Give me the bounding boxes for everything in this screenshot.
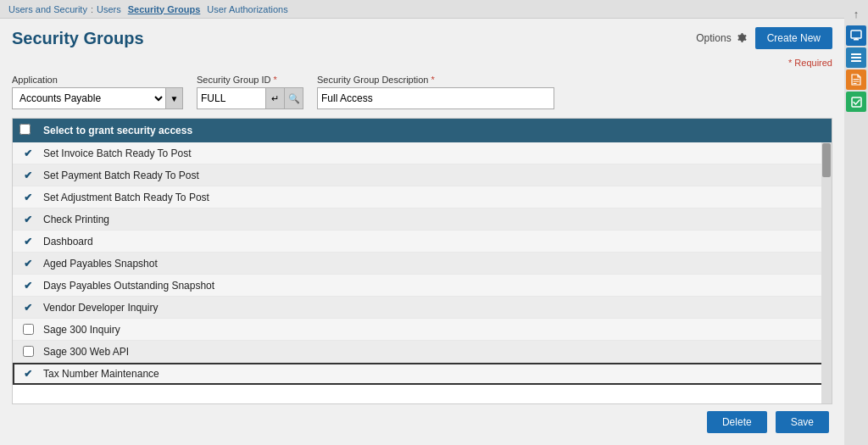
table-row[interactable]: ✔Vendor Developer Inquiry [13, 297, 832, 319]
breadcrumb-root[interactable]: Users and Security [8, 4, 87, 14]
security-group-desc-filter-group: Security Group Description * [317, 75, 554, 109]
row-checkbox[interactable]: ✔ [19, 302, 36, 314]
row-checkbox[interactable] [19, 346, 36, 357]
check-mark-icon: ✔ [24, 192, 32, 203]
check-mark-icon: ✔ [24, 368, 32, 380]
security-group-id-filter-group: Security Group ID * ↵ 🔍 [197, 75, 303, 109]
arrow-up-icon[interactable]: ↑ [846, 3, 866, 24]
table-header: Select to grant security access [13, 119, 832, 142]
check-mark-icon: ✔ [24, 280, 32, 292]
filters-row: Application Accounts Payable ▼ Security … [12, 75, 832, 109]
create-new-button[interactable]: Create New [755, 27, 832, 49]
options-label: Options [696, 32, 731, 44]
options-button[interactable]: Options [696, 32, 746, 44]
row-label: Sage 300 Web API [43, 346, 129, 358]
row-label: Vendor Developer Inquiry [43, 302, 158, 314]
row-label: Sage 300 Inquiry [43, 324, 120, 336]
row-checkbox[interactable]: ✔ [19, 258, 36, 270]
application-select[interactable]: Accounts Payable [13, 88, 165, 108]
save-button[interactable]: Save [776, 411, 829, 433]
scroll-track[interactable] [821, 142, 832, 403]
delete-button[interactable]: Delete [707, 411, 767, 433]
table-row[interactable]: ✔Set Payment Batch Ready To Post [13, 164, 832, 186]
check-mark-icon: ✔ [24, 147, 32, 159]
table-row[interactable]: ✔Set Adjustment Batch Ready To Post [13, 186, 832, 209]
page-content: Security Groups Options Create New * Req… [0, 19, 844, 445]
svg-rect-5 [851, 60, 861, 62]
table-row[interactable]: ✔Check Printing [13, 209, 832, 231]
row-checkbox[interactable]: ✔ [19, 192, 36, 203]
svg-rect-6 [854, 79, 860, 80]
svg-rect-7 [854, 81, 860, 82]
row-label: Set Adjustment Batch Ready To Post [43, 192, 209, 203]
breadcrumb-link-users[interactable]: Users [97, 4, 121, 14]
table-row[interactable]: ✔Set Invoice Batch Ready To Post [13, 142, 832, 164]
table-row[interactable]: ✔Aged Payables Snapshot [13, 253, 832, 275]
row-label: Set Invoice Batch Ready To Post [43, 147, 192, 159]
row-label: Dashboard [43, 236, 93, 248]
security-group-desc-input[interactable] [317, 87, 554, 109]
gear-icon [735, 32, 747, 44]
security-group-id-input-wrap: ↵ 🔍 [197, 87, 303, 109]
breadcrumb-link-user-auth[interactable]: User Authorizations [207, 4, 287, 14]
table-row[interactable]: ✔Dashboard [13, 231, 832, 253]
table-row[interactable]: ✔Tax Number Maintenance [13, 363, 832, 385]
table-row[interactable]: Sage 300 Web API [13, 341, 832, 363]
row-checkbox[interactable]: ✔ [19, 368, 36, 380]
page-footer: Delete Save [12, 404, 832, 437]
application-filter-group: Application Accounts Payable ▼ [12, 75, 183, 109]
security-group-desc-label: Security Group Description * [317, 75, 554, 85]
monitor-icon[interactable] [846, 25, 866, 46]
row-checkbox[interactable]: ✔ [19, 280, 36, 292]
application-label: Application [12, 75, 183, 85]
document-icon[interactable] [846, 70, 866, 90]
row-checkbox[interactable]: ✔ [19, 147, 36, 159]
check-square-icon[interactable] [846, 92, 866, 112]
security-group-id-enter-btn[interactable]: ↵ [265, 88, 284, 108]
header-actions: Options Create New [696, 27, 832, 49]
check-mark-icon: ✔ [24, 258, 32, 270]
svg-rect-3 [851, 53, 861, 55]
svg-rect-2 [855, 38, 858, 40]
table-body: ✔Set Invoice Batch Ready To Post✔Set Pay… [13, 142, 832, 403]
scroll-thumb[interactable] [822, 143, 831, 177]
application-select-wrap: Accounts Payable ▼ [12, 87, 183, 109]
right-sidebar: ↑ [844, 0, 868, 445]
row-checkbox[interactable]: ✔ [19, 170, 36, 181]
check-mark-icon: ✔ [24, 170, 32, 181]
select-all-checkbox[interactable] [19, 124, 31, 135]
content-area: Users and Security : Users Security Grou… [0, 0, 844, 445]
security-group-id-label: Security Group ID * [197, 75, 303, 85]
row-label: Days Payables Outstanding Snapshot [43, 280, 214, 292]
required-note: * Required [12, 58, 832, 68]
check-mark-icon: ✔ [24, 302, 32, 314]
page-header: Security Groups Options Create New [12, 27, 832, 49]
breadcrumb-link-security-groups[interactable]: Security Groups [128, 4, 201, 14]
header-checkbox[interactable] [19, 124, 36, 137]
table-row[interactable]: Sage 300 Inquiry [13, 319, 832, 341]
main-wrapper: Users and Security : Users Security Grou… [0, 0, 868, 445]
application-dropdown-btn[interactable]: ▼ [165, 88, 182, 108]
row-label: Check Printing [43, 214, 109, 225]
row-label: Aged Payables Snapshot [43, 258, 158, 270]
row-label: Tax Number Maintenance [43, 368, 159, 380]
check-mark-icon: ✔ [24, 236, 32, 248]
row-checkbox[interactable]: ✔ [19, 236, 36, 248]
svg-rect-8 [854, 83, 857, 84]
security-group-id-search-btn[interactable]: 🔍 [284, 88, 303, 108]
security-group-id-input[interactable] [198, 88, 265, 108]
table-row[interactable]: ✔Days Payables Outstanding Snapshot [13, 275, 832, 297]
svg-rect-0 [851, 31, 861, 38]
row-checkbox[interactable] [19, 324, 36, 335]
breadcrumb-sep: : [91, 4, 93, 14]
svg-rect-4 [851, 57, 861, 58]
row-checkbox[interactable]: ✔ [19, 214, 36, 225]
page-title: Security Groups [12, 29, 144, 48]
row-label: Set Payment Batch Ready To Post [43, 170, 199, 181]
check-mark-icon: ✔ [24, 214, 32, 225]
security-access-table: Select to grant security access ✔Set Inv… [12, 118, 832, 404]
breadcrumb: Users and Security : Users Security Grou… [0, 0, 844, 19]
row-checkbox-input[interactable] [23, 346, 34, 357]
list-icon[interactable] [846, 47, 866, 68]
row-checkbox-input[interactable] [23, 324, 34, 335]
